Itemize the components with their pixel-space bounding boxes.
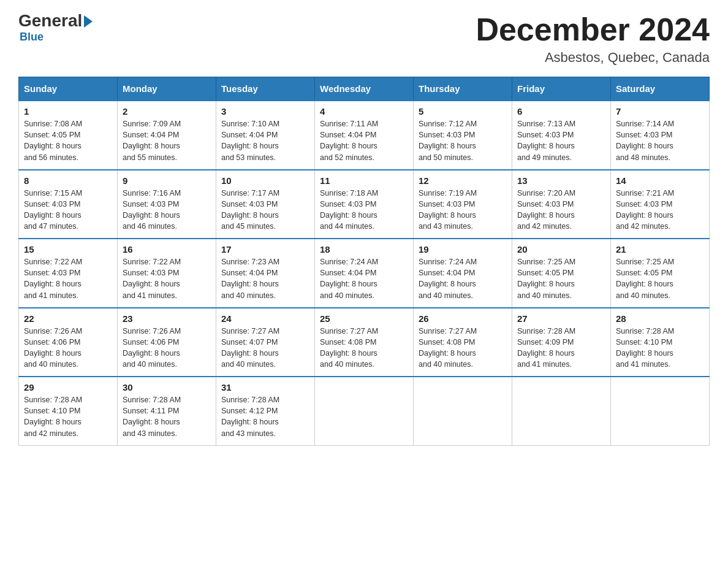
day-info: Sunrise: 7:08 AMSunset: 4:05 PMDaylight:…: [24, 118, 112, 163]
calendar-cell: 10Sunrise: 7:17 AMSunset: 4:03 PMDayligh…: [216, 170, 315, 239]
day-number: 14: [616, 175, 704, 186]
day-number: 31: [221, 382, 309, 393]
calendar-cell: 15Sunrise: 7:22 AMSunset: 4:03 PMDayligh…: [19, 239, 118, 308]
day-number: 26: [419, 313, 507, 324]
calendar-cell: 1Sunrise: 7:08 AMSunset: 4:05 PMDaylight…: [19, 101, 118, 170]
day-number: 30: [123, 382, 211, 393]
calendar-table: SundayMondayTuesdayWednesdayThursdayFrid…: [18, 77, 710, 446]
day-info: Sunrise: 7:17 AMSunset: 4:03 PMDaylight:…: [221, 188, 309, 232]
calendar-cell: 29Sunrise: 7:28 AMSunset: 4:10 PMDayligh…: [19, 377, 118, 445]
day-number: 9: [123, 175, 211, 186]
day-number: 17: [221, 244, 309, 255]
day-info: Sunrise: 7:27 AMSunset: 4:08 PMDaylight:…: [320, 326, 408, 370]
weekday-header-saturday: Saturday: [611, 77, 710, 101]
calendar-cell: [414, 377, 512, 445]
calendar-cell: 7Sunrise: 7:14 AMSunset: 4:03 PMDaylight…: [611, 101, 710, 170]
day-number: 10: [221, 175, 309, 186]
day-number: 16: [123, 244, 211, 255]
day-number: 28: [616, 313, 704, 324]
calendar-cell: 22Sunrise: 7:26 AMSunset: 4:06 PMDayligh…: [19, 308, 118, 377]
calendar-cell: 21Sunrise: 7:25 AMSunset: 4:05 PMDayligh…: [611, 239, 710, 308]
day-info: Sunrise: 7:22 AMSunset: 4:03 PMDaylight:…: [24, 256, 112, 301]
header: General Blue December 2024 Asbestos, Que…: [18, 12, 710, 66]
day-number: 18: [320, 244, 408, 255]
week-row-3: 15Sunrise: 7:22 AMSunset: 4:03 PMDayligh…: [19, 239, 710, 308]
calendar-cell: 6Sunrise: 7:13 AMSunset: 4:03 PMDaylight…: [512, 101, 611, 170]
weekday-header-friday: Friday: [512, 77, 611, 101]
calendar-cell: 5Sunrise: 7:12 AMSunset: 4:03 PMDaylight…: [414, 101, 512, 170]
day-info: Sunrise: 7:12 AMSunset: 4:03 PMDaylight:…: [419, 118, 507, 163]
calendar-cell: 24Sunrise: 7:27 AMSunset: 4:07 PMDayligh…: [216, 308, 315, 377]
day-number: 13: [517, 175, 605, 186]
week-row-1: 1Sunrise: 7:08 AMSunset: 4:05 PMDaylight…: [19, 101, 710, 170]
day-info: Sunrise: 7:24 AMSunset: 4:04 PMDaylight:…: [320, 256, 408, 301]
day-info: Sunrise: 7:13 AMSunset: 4:03 PMDaylight:…: [517, 118, 605, 163]
calendar-cell: 14Sunrise: 7:21 AMSunset: 4:03 PMDayligh…: [611, 170, 710, 239]
weekday-header-wednesday: Wednesday: [315, 77, 414, 101]
day-info: Sunrise: 7:21 AMSunset: 4:03 PMDaylight:…: [616, 188, 704, 232]
calendar-cell: 9Sunrise: 7:16 AMSunset: 4:03 PMDaylight…: [118, 170, 216, 239]
day-info: Sunrise: 7:10 AMSunset: 4:04 PMDaylight:…: [221, 118, 309, 163]
day-number: 29: [24, 382, 112, 393]
day-info: Sunrise: 7:14 AMSunset: 4:03 PMDaylight:…: [616, 118, 704, 163]
calendar-cell: 11Sunrise: 7:18 AMSunset: 4:03 PMDayligh…: [315, 170, 414, 239]
day-number: 27: [517, 313, 605, 324]
day-number: 2: [123, 106, 211, 117]
calendar-cell: 30Sunrise: 7:28 AMSunset: 4:11 PMDayligh…: [118, 377, 216, 445]
calendar-cell: [611, 377, 710, 445]
calendar-cell: 20Sunrise: 7:25 AMSunset: 4:05 PMDayligh…: [512, 239, 611, 308]
day-info: Sunrise: 7:15 AMSunset: 4:03 PMDaylight:…: [24, 188, 112, 232]
calendar-cell: 23Sunrise: 7:26 AMSunset: 4:06 PMDayligh…: [118, 308, 216, 377]
day-number: 22: [24, 313, 112, 324]
day-number: 8: [24, 175, 112, 186]
logo: General Blue: [18, 12, 94, 44]
weekday-header-monday: Monday: [118, 77, 216, 101]
day-info: Sunrise: 7:24 AMSunset: 4:04 PMDaylight:…: [419, 256, 507, 301]
day-info: Sunrise: 7:28 AMSunset: 4:10 PMDaylight:…: [616, 326, 704, 370]
month-year-title: December 2024: [476, 12, 710, 47]
day-info: Sunrise: 7:28 AMSunset: 4:12 PMDaylight:…: [221, 394, 309, 439]
weekday-header-thursday: Thursday: [414, 77, 512, 101]
day-info: Sunrise: 7:23 AMSunset: 4:04 PMDaylight:…: [221, 256, 309, 301]
day-info: Sunrise: 7:20 AMSunset: 4:03 PMDaylight:…: [517, 188, 605, 232]
calendar-cell: 25Sunrise: 7:27 AMSunset: 4:08 PMDayligh…: [315, 308, 414, 377]
day-info: Sunrise: 7:26 AMSunset: 4:06 PMDaylight:…: [123, 326, 211, 370]
day-number: 1: [24, 106, 112, 117]
calendar-cell: 26Sunrise: 7:27 AMSunset: 4:08 PMDayligh…: [414, 308, 512, 377]
day-info: Sunrise: 7:28 AMSunset: 4:11 PMDaylight:…: [123, 394, 211, 439]
logo-arrow-icon: [84, 15, 93, 28]
week-row-4: 22Sunrise: 7:26 AMSunset: 4:06 PMDayligh…: [19, 308, 710, 377]
location-subtitle: Asbestos, Quebec, Canada: [476, 50, 710, 66]
day-info: Sunrise: 7:19 AMSunset: 4:03 PMDaylight:…: [419, 188, 507, 232]
day-number: 23: [123, 313, 211, 324]
calendar-cell: 8Sunrise: 7:15 AMSunset: 4:03 PMDaylight…: [19, 170, 118, 239]
day-number: 21: [616, 244, 704, 255]
day-info: Sunrise: 7:25 AMSunset: 4:05 PMDaylight:…: [517, 256, 605, 301]
calendar-cell: 3Sunrise: 7:10 AMSunset: 4:04 PMDaylight…: [216, 101, 315, 170]
calendar-cell: 16Sunrise: 7:22 AMSunset: 4:03 PMDayligh…: [118, 239, 216, 308]
calendar-cell: 2Sunrise: 7:09 AMSunset: 4:04 PMDaylight…: [118, 101, 216, 170]
day-info: Sunrise: 7:22 AMSunset: 4:03 PMDaylight:…: [123, 256, 211, 301]
calendar-cell: 4Sunrise: 7:11 AMSunset: 4:04 PMDaylight…: [315, 101, 414, 170]
day-number: 5: [419, 106, 507, 117]
calendar-cell: 28Sunrise: 7:28 AMSunset: 4:10 PMDayligh…: [611, 308, 710, 377]
day-info: Sunrise: 7:27 AMSunset: 4:08 PMDaylight:…: [419, 326, 507, 370]
day-number: 3: [221, 106, 309, 117]
day-info: Sunrise: 7:28 AMSunset: 4:10 PMDaylight:…: [24, 394, 112, 439]
day-number: 4: [320, 106, 408, 117]
day-number: 19: [419, 244, 507, 255]
day-number: 11: [320, 175, 408, 186]
day-info: Sunrise: 7:25 AMSunset: 4:05 PMDaylight:…: [616, 256, 704, 301]
week-row-2: 8Sunrise: 7:15 AMSunset: 4:03 PMDaylight…: [19, 170, 710, 239]
calendar-cell: 19Sunrise: 7:24 AMSunset: 4:04 PMDayligh…: [414, 239, 512, 308]
day-number: 25: [320, 313, 408, 324]
calendar-cell: 12Sunrise: 7:19 AMSunset: 4:03 PMDayligh…: [414, 170, 512, 239]
day-number: 12: [419, 175, 507, 186]
calendar-cell: 27Sunrise: 7:28 AMSunset: 4:09 PMDayligh…: [512, 308, 611, 377]
day-number: 15: [24, 244, 112, 255]
day-info: Sunrise: 7:16 AMSunset: 4:03 PMDaylight:…: [123, 188, 211, 232]
week-row-5: 29Sunrise: 7:28 AMSunset: 4:10 PMDayligh…: [19, 377, 710, 445]
calendar-cell: [512, 377, 611, 445]
calendar-cell: [315, 377, 414, 445]
calendar-cell: 17Sunrise: 7:23 AMSunset: 4:04 PMDayligh…: [216, 239, 315, 308]
